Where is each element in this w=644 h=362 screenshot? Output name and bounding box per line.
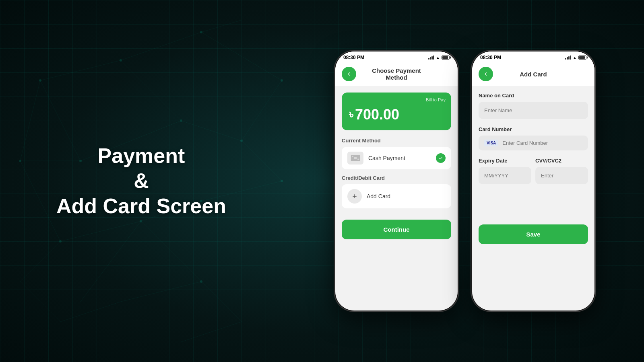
svg-line-5 — [201, 32, 282, 80]
visa-badge: VISA — [484, 140, 498, 146]
plus-svg — [351, 193, 358, 200]
time-addcard: 08:30 PM — [480, 55, 501, 60]
svg-rect-39 — [354, 157, 357, 159]
phone-add-card-inner: 08:30 PM ▲ — [472, 51, 594, 311]
status-bar-payment: 08:30 PM ▲ — [335, 51, 458, 62]
svg-point-24 — [39, 79, 41, 82]
signal-bars — [428, 56, 434, 60]
left-text-block: Payment & Add Card Screen — [56, 143, 226, 218]
svg-line-12 — [20, 161, 60, 241]
svg-line-11 — [20, 80, 40, 161]
phones-container: 08:30 PM ▲ — [334, 50, 596, 312]
name-input[interactable] — [479, 102, 588, 119]
taka-symbol: ৳ — [349, 108, 353, 121]
svg-point-25 — [120, 59, 122, 62]
cvv-label: CVV/CVC2 — [535, 158, 588, 164]
bill-card: Bill to Pay ৳ 700.00 — [342, 93, 451, 130]
svg-point-30 — [240, 140, 243, 142]
add-card-screen-title: Add Card — [498, 71, 588, 78]
signal-bar-2 — [430, 57, 431, 60]
time-payment: 08:30 PM — [343, 55, 364, 60]
left-text-line2: & — [134, 169, 149, 193]
battery-fill — [442, 56, 448, 59]
card-section-label: Credit/Debit Card — [342, 175, 451, 181]
svg-point-35 — [281, 180, 283, 182]
payment-screen-title: Choose Payment Method — [361, 67, 451, 81]
svg-line-4 — [121, 32, 201, 60]
bill-label: Bill to Pay — [426, 97, 446, 102]
svg-line-6 — [242, 80, 282, 141]
svg-line-18 — [201, 282, 242, 322]
svg-point-33 — [19, 160, 21, 162]
back-button-payment[interactable] — [342, 67, 356, 81]
expiry-cvv-inputs — [479, 167, 588, 184]
svg-line-10 — [80, 221, 141, 302]
expiry-input[interactable] — [479, 167, 531, 184]
svg-point-34 — [59, 240, 62, 243]
svg-line-15 — [242, 141, 282, 181]
bill-amount-value: 700.00 — [355, 106, 399, 123]
svg-point-32 — [200, 280, 202, 283]
svg-line-22 — [60, 302, 121, 322]
expiry-group — [479, 167, 531, 184]
svg-line-9 — [141, 221, 201, 282]
signal-bar-2-1 — [565, 58, 566, 60]
left-text-line1: Payment — [98, 144, 185, 167]
wifi-icon: ▲ — [436, 56, 440, 60]
save-button[interactable]: Save — [479, 224, 588, 244]
signal-bar-1 — [428, 58, 429, 60]
svg-point-26 — [180, 119, 182, 122]
signal-bar-2-2 — [567, 57, 568, 60]
svg-point-29 — [281, 79, 283, 82]
signal-bar-4 — [433, 56, 434, 60]
payment-body: Bill to Pay ৳ 700.00 Current Method — [335, 86, 458, 246]
back-button-addcard[interactable] — [479, 67, 493, 81]
signal-bar-2-3 — [568, 56, 570, 60]
signal-bar-2-4 — [570, 56, 571, 60]
expiry-cvv-labels: Expiry Date CVV/CVC2 — [479, 158, 588, 164]
svg-rect-38 — [352, 156, 353, 157]
svg-line-21 — [20, 282, 60, 322]
battery-fill-2 — [579, 56, 585, 59]
plus-icon — [347, 189, 362, 204]
signal-bars-2 — [565, 56, 571, 60]
svg-point-31 — [140, 220, 142, 222]
phone-payment-inner: 08:30 PM ▲ — [335, 51, 458, 311]
cash-payment-item[interactable]: Cash Payment — [342, 147, 451, 169]
cash-payment-name: Cash Payment — [368, 155, 431, 161]
add-card-header: Add Card — [472, 62, 594, 86]
bill-amount: ৳ 700.00 — [349, 106, 444, 123]
battery-icon-2 — [578, 56, 586, 60]
phone-payment: 08:30 PM ▲ — [334, 50, 459, 312]
expiry-label: Expiry Date — [479, 158, 531, 164]
status-icons-payment: ▲ — [428, 56, 450, 60]
svg-line-8 — [60, 221, 141, 241]
svg-point-28 — [200, 31, 202, 33]
status-bar-addcard: 08:30 PM ▲ — [472, 51, 594, 62]
payment-header: Choose Payment Method — [335, 62, 458, 86]
status-icons-addcard: ▲ — [565, 56, 586, 60]
continue-button[interactable]: Continue — [342, 220, 451, 239]
left-text-line3: Add Card Screen — [56, 194, 226, 218]
battery-icon — [442, 56, 450, 60]
add-card-body: Name on Card Card Number VISA Expiry Dat… — [472, 86, 594, 251]
add-card-item[interactable]: Add Card — [342, 184, 451, 208]
current-method-label: Current Method — [342, 138, 451, 144]
signal-bar-3 — [431, 56, 433, 60]
cvv-input[interactable] — [535, 167, 588, 184]
card-input-wrapper: VISA — [479, 136, 588, 150]
svg-line-14 — [201, 20, 242, 32]
cash-icon — [351, 154, 360, 162]
card-number-form-group: Card Number VISA — [479, 126, 588, 150]
svg-line-19 — [181, 322, 242, 342]
svg-line-23 — [121, 282, 201, 302]
svg-line-7 — [181, 121, 242, 141]
add-card-name: Add Card — [367, 193, 446, 200]
phone-add-card: 08:30 PM ▲ — [471, 50, 596, 312]
card-number-label: Card Number — [479, 126, 588, 132]
cash-icon-box — [347, 152, 363, 165]
svg-line-0 — [40, 60, 121, 80]
svg-line-20 — [20, 241, 60, 282]
card-number-input[interactable] — [502, 140, 582, 146]
cvv-group — [535, 167, 588, 184]
